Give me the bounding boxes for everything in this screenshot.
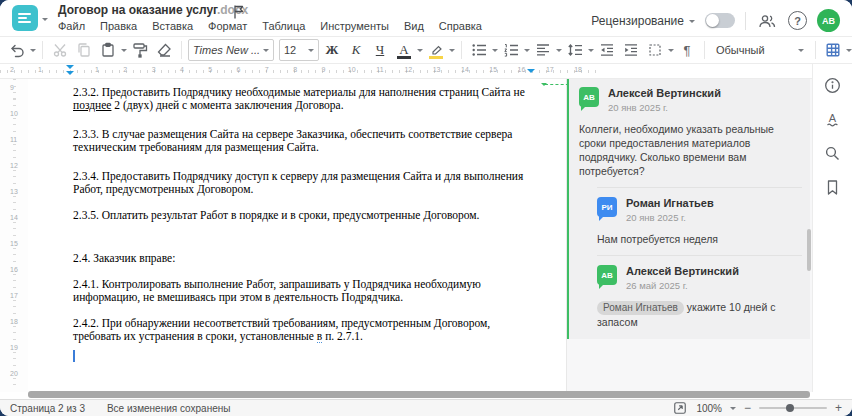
line-spacing-caret-icon[interactable] xyxy=(588,49,594,55)
document-title-text: Договор на оказание услуг xyxy=(58,3,217,17)
font-size-combo[interactable]: 12 xyxy=(279,39,319,61)
zoom-in-button[interactable]: + xyxy=(835,401,842,415)
comment-reply[interactable]: РИ Роман Игнатьев 20 янв 2025 г. Нам пот… xyxy=(597,197,802,246)
comments-scrollbar[interactable] xyxy=(807,229,811,271)
vertical-ruler[interactable]: 91011121314151617181920 xyxy=(0,79,28,392)
font-color-button[interactable]: А xyxy=(393,39,415,61)
underline-button[interactable]: Ч xyxy=(369,39,391,61)
horizontal-ruler[interactable]: 21123456789101112131415161718 xyxy=(0,64,812,79)
cut-button[interactable] xyxy=(49,39,71,61)
copy-button[interactable] xyxy=(73,39,95,61)
search-icon[interactable] xyxy=(822,142,844,164)
bullet-list-caret-icon[interactable] xyxy=(492,49,498,55)
align-left-button[interactable] xyxy=(532,39,554,61)
fit-width-icon[interactable] xyxy=(672,400,688,416)
paste-button[interactable] xyxy=(97,39,119,61)
undo-button[interactable] xyxy=(6,39,28,61)
clear-style-button[interactable] xyxy=(153,39,175,61)
doc-paragraph[interactable]: 2.3.3. В случае размещения Сайта на серв… xyxy=(73,128,534,154)
bullet-list-button[interactable] xyxy=(468,39,490,61)
avatar-initials: РИ xyxy=(601,203,612,212)
review-mode-dropdown[interactable]: Рецензирование xyxy=(591,14,695,28)
doc-paragraph[interactable]: 2.3.5. Оплатить результат Работ в порядк… xyxy=(73,209,534,222)
header-right: Рецензирование ? АВ xyxy=(591,9,840,32)
comment-thread[interactable]: АВ Алексей Вертинский 20 янв 2025 г. Кол… xyxy=(567,79,810,339)
insert-table-button[interactable] xyxy=(822,39,844,61)
paragraph-settings-button[interactable] xyxy=(644,39,666,61)
logo-menu-caret-icon[interactable] xyxy=(42,18,48,24)
pilcrow-label: ¶ xyxy=(684,43,691,58)
numbered-list-button[interactable] xyxy=(500,39,522,61)
app-logo-icon[interactable] xyxy=(12,5,38,31)
svg-text:А: А xyxy=(829,111,837,123)
collaboration-users-icon[interactable] xyxy=(756,10,778,32)
font-name-combo[interactable]: Times New ... xyxy=(188,39,274,61)
ruler-number: 11 xyxy=(10,135,17,144)
help-button[interactable]: ? xyxy=(788,11,807,30)
doc-paragraph[interactable]: 2.4. Заказчик вправе: xyxy=(73,252,534,265)
horizontal-scrollbar[interactable] xyxy=(28,391,810,398)
review-toggle[interactable] xyxy=(705,13,735,28)
font-color-caret-icon[interactable] xyxy=(417,49,423,55)
font-size-caret-icon xyxy=(308,49,314,55)
ruler-number: 5 xyxy=(208,66,212,73)
user-avatar[interactable]: АВ xyxy=(817,9,840,32)
menu-item-5[interactable]: Инструменты xyxy=(320,20,389,32)
nonprinting-chars-button[interactable]: ¶ xyxy=(676,39,698,61)
bold-button[interactable]: Ж xyxy=(321,39,343,61)
italic-button[interactable]: К xyxy=(345,39,367,61)
decrease-indent-button[interactable] xyxy=(596,39,618,61)
paste-caret-icon[interactable] xyxy=(121,49,127,55)
zoom-caret-icon[interactable] xyxy=(730,407,736,413)
paragraph-settings-caret-icon[interactable] xyxy=(668,49,674,55)
ruler-number: 14 xyxy=(461,66,469,73)
align-caret-icon[interactable] xyxy=(556,49,562,55)
ruler-number: 17 xyxy=(546,66,554,73)
undo-caret-icon[interactable] xyxy=(30,49,36,55)
doc-paragraph[interactable]: 2.3.4. Предоставить Подрядчику доступ к … xyxy=(73,170,534,196)
zoom-out-button[interactable]: − xyxy=(744,401,751,415)
format-painter-button[interactable] xyxy=(129,39,151,61)
comment-avatar: АВ xyxy=(579,87,599,107)
menu-item-6[interactable]: Вид xyxy=(404,20,424,32)
line-spacing-button[interactable] xyxy=(564,39,586,61)
comment-date: 20 янв 2025 г. xyxy=(608,102,721,113)
menu-item-2[interactable]: Вставка xyxy=(152,20,193,32)
ruler-number: 7 xyxy=(265,66,269,73)
zoom-value[interactable]: 100% xyxy=(696,403,722,414)
numbered-list-caret-icon[interactable] xyxy=(524,49,530,55)
info-icon[interactable] xyxy=(822,74,844,96)
comment[interactable]: АВ Алексей Вертинский 20 янв 2025 г. Кол… xyxy=(579,87,802,178)
menu-item-7[interactable]: Справка xyxy=(439,20,482,32)
menu-item-0[interactable]: Файл xyxy=(58,20,85,32)
doc-paragraph[interactable]: 2.3.2. Предоставить Подрядчику необходим… xyxy=(73,86,534,112)
comment-reply[interactable]: АВ Алексей Вертинский 26 май 2025 г. Ром… xyxy=(597,265,802,329)
highlight-caret-icon[interactable] xyxy=(449,49,455,55)
right-indent-marker[interactable] xyxy=(527,69,535,77)
left-indent-marker[interactable] xyxy=(66,71,74,79)
mention-pill[interactable]: Роман Игнатьев xyxy=(597,301,684,315)
doc-paragraph[interactable]: 2.4.2. При обнаружении несоответствий тр… xyxy=(73,317,534,343)
comments-panel: АВ Алексей Вертинский 20 янв 2025 г. Кол… xyxy=(567,79,812,392)
header-divider xyxy=(745,12,746,30)
help-label: ? xyxy=(794,15,801,27)
highlight-button[interactable] xyxy=(425,39,447,61)
doc-paragraph[interactable]: 2.4.1. Контролировать выполнение Работ, … xyxy=(73,278,534,304)
spellcheck-icon[interactable]: А xyxy=(822,108,844,130)
bookmark-icon[interactable] xyxy=(822,176,844,198)
insert-table-caret-icon[interactable] xyxy=(846,49,852,55)
ruler-number: 16 xyxy=(10,265,18,274)
document-page[interactable]: 2.3.2. Предоставить Подрядчику необходим… xyxy=(28,79,567,392)
menu-item-4[interactable]: Таблица xyxy=(262,20,305,32)
zoom-slider-knob[interactable] xyxy=(786,404,794,412)
increase-indent-button[interactable] xyxy=(620,39,642,61)
doc-text-commented[interactable]: позднее xyxy=(73,99,111,111)
zoom-slider[interactable] xyxy=(759,407,827,409)
ruler-number: 3 xyxy=(152,66,156,73)
header: Договор на оказание услуг.docx ФайлПравк… xyxy=(0,0,852,36)
menu-item-3[interactable]: Формат xyxy=(208,20,247,32)
style-combo[interactable]: Обычный xyxy=(711,39,809,61)
page-indicator[interactable]: Страница 2 из 3 xyxy=(10,403,85,414)
avatar-initials: АВ xyxy=(583,93,595,102)
menu-item-1[interactable]: Правка xyxy=(100,20,137,32)
